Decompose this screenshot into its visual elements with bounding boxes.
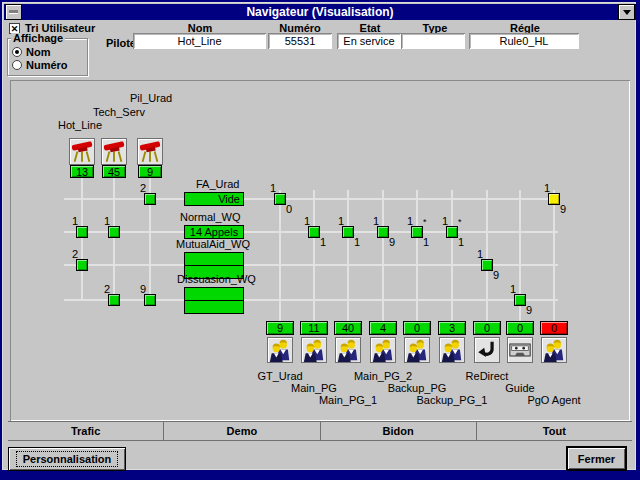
- node-label-above: 1: [60, 216, 78, 227]
- radio-numero[interactable]: Numéro: [12, 59, 68, 71]
- node-square[interactable]: [76, 226, 88, 238]
- pilot-count: 13: [70, 165, 94, 178]
- node-star-marker: *: [458, 217, 462, 228]
- pilot-cell[interactable]: [137, 138, 163, 165]
- target-cell[interactable]: [335, 337, 361, 363]
- grid-vline-target-7: [486, 190, 488, 322]
- tab-trafic[interactable]: Trafic: [8, 422, 164, 440]
- target-count: 0: [540, 321, 568, 335]
- radio-unselected-icon: [12, 60, 22, 70]
- target-label: Main_PG_1: [303, 395, 393, 406]
- target-cell[interactable]: [474, 337, 500, 363]
- minimize-arrow-icon: [623, 10, 631, 15]
- pilot-label: Tech_Serv: [93, 107, 145, 118]
- node-square[interactable]: [274, 193, 286, 205]
- tab-demo[interactable]: Demo: [164, 422, 320, 440]
- queue-label: Dissuasion_WQ: [177, 274, 256, 285]
- node-label-above: 1: [258, 183, 276, 194]
- target-label: PgO Agent: [509, 395, 599, 406]
- pilot-count: 9: [138, 165, 162, 178]
- node-label-below: 9: [560, 204, 566, 215]
- phone-icon: [138, 139, 162, 164]
- pilote-field-nom[interactable]: [133, 33, 266, 49]
- pilote-field-numéro[interactable]: [268, 33, 332, 49]
- grid-vline-target-5: [416, 190, 418, 322]
- node-label-above: 1: [395, 216, 413, 227]
- node-square[interactable]: [108, 226, 120, 238]
- node-label-below: 0: [286, 204, 292, 215]
- target-cell[interactable]: [507, 337, 533, 363]
- window-title: Navigateur (Visualisation): [23, 4, 617, 20]
- node-label-below: 9: [389, 237, 395, 248]
- node-label-above: 1: [92, 216, 110, 227]
- minimize-button[interactable]: [618, 4, 635, 20]
- node-label-below: 9: [526, 305, 532, 316]
- target-label: GT_Urad: [235, 371, 325, 382]
- target-count: 40: [334, 321, 362, 335]
- queue-label: FA_Urad: [196, 179, 239, 190]
- fermer-button[interactable]: Fermer: [566, 446, 627, 471]
- pilot-label: Hot_Line: [58, 120, 102, 131]
- redirect-icon: [475, 338, 499, 362]
- pilote-field-régle[interactable]: [469, 33, 579, 49]
- screen: Navigateur (Visualisation) Tri Utilisate…: [0, 0, 640, 480]
- target-cell[interactable]: [301, 337, 327, 363]
- node-square[interactable]: [342, 226, 354, 238]
- node-label-above: 1: [465, 249, 483, 260]
- target-label: Guide: [475, 383, 565, 394]
- tab-bidon[interactable]: Bidon: [321, 422, 477, 440]
- target-cell[interactable]: [439, 337, 465, 363]
- grid-vline-target-1: [279, 190, 281, 322]
- node-square[interactable]: [411, 226, 423, 238]
- queue-bar-1[interactable]: 14 Appels: [184, 225, 244, 239]
- node-label-above: 1: [361, 216, 379, 227]
- queue-bar-1[interactable]: [184, 252, 244, 266]
- node-square[interactable]: [144, 193, 156, 205]
- target-count: 4: [369, 321, 397, 335]
- pilote-field-type[interactable]: [401, 33, 465, 49]
- affichage-group-title: Affichage: [11, 33, 65, 44]
- target-cell[interactable]: [267, 337, 293, 363]
- agents-icon: [542, 338, 566, 362]
- node-label-above: 1: [292, 216, 310, 227]
- queue-bar-2[interactable]: [184, 300, 244, 314]
- node-label-above: 1: [326, 216, 344, 227]
- cassette-icon: [508, 338, 532, 362]
- grid-vline-pilot-1: [81, 178, 83, 301]
- tab-bar: TraficDemoBidonTout: [8, 421, 632, 441]
- node-square[interactable]: [308, 226, 320, 238]
- node-label-below: 1: [423, 237, 429, 248]
- node-square[interactable]: [548, 193, 560, 205]
- queue-label: MutualAid_WQ: [176, 239, 250, 250]
- tab-tout[interactable]: Tout: [477, 422, 632, 440]
- node-square[interactable]: [377, 226, 389, 238]
- node-label-below: 1: [458, 237, 464, 248]
- grid-vline-target-4: [382, 190, 384, 322]
- target-cell[interactable]: [370, 337, 396, 363]
- queue-bar-1[interactable]: Vide: [184, 192, 244, 206]
- system-menu-button[interactable]: [5, 4, 22, 20]
- node-square[interactable]: [514, 294, 526, 306]
- node-square[interactable]: [144, 294, 156, 306]
- pilote-field-etat[interactable]: [337, 33, 401, 49]
- pilot-cell[interactable]: [101, 138, 127, 165]
- node-square[interactable]: [481, 259, 493, 271]
- visualization-panel: [10, 80, 630, 421]
- node-label-above: 2: [128, 183, 146, 194]
- personnalisation-button[interactable]: Personnalisation: [8, 447, 126, 471]
- agents-icon: [336, 338, 360, 362]
- target-cell[interactable]: [541, 337, 567, 363]
- node-square[interactable]: [108, 294, 120, 306]
- node-square[interactable]: [76, 259, 88, 271]
- queue-bar-1[interactable]: [184, 287, 244, 301]
- grid-hline-row-1: [64, 198, 558, 200]
- node-label-above: 1: [532, 183, 550, 194]
- queue-label: Normal_WQ: [180, 212, 241, 223]
- pilot-cell[interactable]: [69, 138, 95, 165]
- node-label-below: 1: [320, 237, 326, 248]
- radio-nom[interactable]: Nom: [12, 46, 50, 58]
- node-label-below: 1: [354, 237, 360, 248]
- agents-icon: [371, 338, 395, 362]
- target-cell[interactable]: [404, 337, 430, 363]
- node-square[interactable]: [446, 226, 458, 238]
